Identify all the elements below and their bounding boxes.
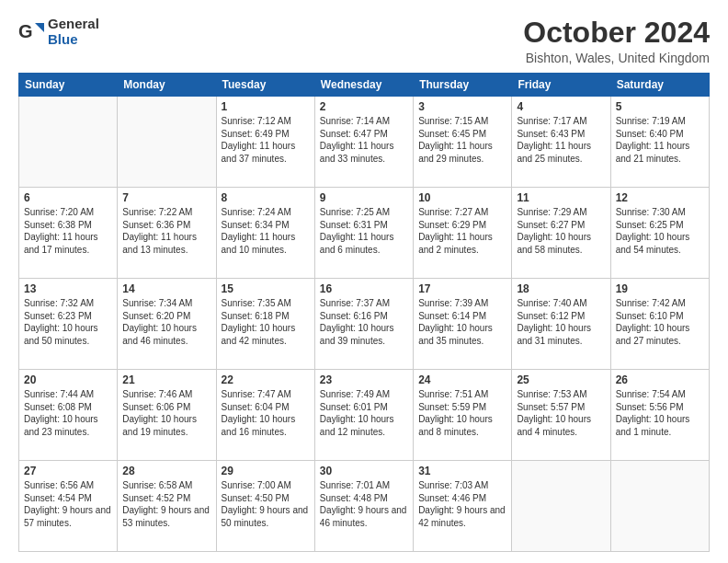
day-number: 12 (616, 191, 704, 204)
day-cell: 6Sunrise: 7:20 AM Sunset: 6:38 PM Daylig… (19, 188, 118, 279)
day-cell: 31Sunrise: 7:03 AM Sunset: 4:46 PM Dayli… (414, 461, 512, 552)
day-number: 30 (320, 465, 408, 477)
day-number: 14 (122, 282, 210, 295)
day-cell: 18Sunrise: 7:40 AM Sunset: 6:12 PM Dayli… (512, 279, 610, 370)
day-cell: 26Sunrise: 7:54 AM Sunset: 5:56 PM Dayli… (610, 370, 709, 461)
day-cell: 23Sunrise: 7:49 AM Sunset: 6:01 PM Dayli… (314, 370, 413, 461)
logo-blue: Blue (48, 32, 99, 48)
day-number: 10 (418, 191, 506, 204)
day-info: Sunrise: 7:03 AM Sunset: 4:46 PM Dayligh… (418, 479, 506, 529)
day-cell: 11Sunrise: 7:29 AM Sunset: 6:27 PM Dayli… (512, 188, 610, 279)
day-number: 13 (24, 282, 112, 295)
day-cell: 7Sunrise: 7:22 AM Sunset: 6:36 PM Daylig… (118, 188, 216, 279)
day-number: 21 (122, 373, 210, 386)
day-cell (19, 97, 118, 188)
header: G General Blue October 2024 Bishton, Wal… (18, 17, 710, 65)
day-info: Sunrise: 6:58 AM Sunset: 4:52 PM Dayligh… (122, 479, 210, 529)
col-header-wednesday: Wednesday (314, 74, 413, 97)
title-month: October 2024 (523, 17, 710, 49)
day-cell: 5Sunrise: 7:19 AM Sunset: 6:40 PM Daylig… (610, 97, 709, 188)
day-cell: 20Sunrise: 7:44 AM Sunset: 6:08 PM Dayli… (19, 370, 118, 461)
day-number: 1 (222, 100, 310, 113)
logo-general: General (48, 17, 99, 32)
day-number: 4 (517, 100, 605, 113)
day-info: Sunrise: 7:29 AM Sunset: 6:27 PM Dayligh… (517, 206, 605, 256)
day-info: Sunrise: 7:49 AM Sunset: 6:01 PM Dayligh… (320, 388, 408, 438)
day-info: Sunrise: 7:40 AM Sunset: 6:12 PM Dayligh… (517, 297, 605, 347)
day-info: Sunrise: 7:17 AM Sunset: 6:43 PM Dayligh… (517, 115, 605, 165)
day-number: 9 (320, 191, 408, 204)
svg-marker-1 (35, 23, 44, 32)
day-cell: 27Sunrise: 6:56 AM Sunset: 4:54 PM Dayli… (19, 461, 118, 552)
day-number: 18 (517, 282, 605, 295)
day-number: 22 (222, 373, 310, 386)
logo: G General Blue (18, 17, 99, 47)
day-cell: 29Sunrise: 7:00 AM Sunset: 4:50 PM Dayli… (216, 461, 314, 552)
day-info: Sunrise: 7:25 AM Sunset: 6:31 PM Dayligh… (320, 206, 408, 256)
col-header-monday: Monday (118, 74, 216, 97)
week-row-4: 27Sunrise: 6:56 AM Sunset: 4:54 PM Dayli… (19, 461, 710, 552)
day-number: 8 (222, 191, 310, 204)
day-info: Sunrise: 7:54 AM Sunset: 5:56 PM Dayligh… (616, 388, 704, 438)
day-cell: 25Sunrise: 7:53 AM Sunset: 5:57 PM Dayli… (512, 370, 610, 461)
title-location: Bishton, Wales, United Kingdom (523, 51, 710, 65)
day-info: Sunrise: 7:19 AM Sunset: 6:40 PM Dayligh… (616, 115, 704, 165)
day-info: Sunrise: 7:51 AM Sunset: 5:59 PM Dayligh… (418, 388, 506, 438)
calendar-table: SundayMondayTuesdayWednesdayThursdayFrid… (18, 73, 710, 552)
day-number: 29 (222, 465, 310, 477)
day-number: 19 (616, 282, 704, 295)
day-info: Sunrise: 6:56 AM Sunset: 4:54 PM Dayligh… (24, 479, 112, 529)
day-cell: 14Sunrise: 7:34 AM Sunset: 6:20 PM Dayli… (118, 279, 216, 370)
calendar-body: 1Sunrise: 7:12 AM Sunset: 6:49 PM Daylig… (19, 97, 710, 552)
col-header-friday: Friday (512, 74, 610, 97)
day-number: 26 (616, 373, 704, 386)
day-cell: 28Sunrise: 6:58 AM Sunset: 4:52 PM Dayli… (118, 461, 216, 552)
day-info: Sunrise: 7:12 AM Sunset: 6:49 PM Dayligh… (222, 115, 310, 165)
day-number: 7 (122, 191, 210, 204)
day-cell (512, 461, 610, 552)
col-header-sunday: Sunday (19, 74, 118, 97)
day-number: 15 (222, 282, 310, 295)
day-number: 6 (24, 191, 112, 204)
week-row-3: 20Sunrise: 7:44 AM Sunset: 6:08 PM Dayli… (19, 370, 710, 461)
day-cell: 1Sunrise: 7:12 AM Sunset: 6:49 PM Daylig… (216, 97, 314, 188)
day-cell: 30Sunrise: 7:01 AM Sunset: 4:48 PM Dayli… (314, 461, 413, 552)
day-number: 5 (616, 100, 704, 113)
day-cell: 21Sunrise: 7:46 AM Sunset: 6:06 PM Dayli… (118, 370, 216, 461)
svg-text:G: G (18, 21, 33, 41)
day-cell: 8Sunrise: 7:24 AM Sunset: 6:34 PM Daylig… (216, 188, 314, 279)
col-header-saturday: Saturday (610, 74, 709, 97)
day-info: Sunrise: 7:24 AM Sunset: 6:34 PM Dayligh… (222, 206, 310, 256)
day-cell: 10Sunrise: 7:27 AM Sunset: 6:29 PM Dayli… (414, 188, 512, 279)
day-info: Sunrise: 7:32 AM Sunset: 6:23 PM Dayligh… (24, 297, 112, 347)
day-cell: 13Sunrise: 7:32 AM Sunset: 6:23 PM Dayli… (19, 279, 118, 370)
day-number: 2 (320, 100, 408, 113)
day-number: 3 (418, 100, 506, 113)
day-cell: 19Sunrise: 7:42 AM Sunset: 6:10 PM Dayli… (610, 279, 709, 370)
day-info: Sunrise: 7:34 AM Sunset: 6:20 PM Dayligh… (122, 297, 210, 347)
day-cell: 2Sunrise: 7:14 AM Sunset: 6:47 PM Daylig… (314, 97, 413, 188)
day-number: 24 (418, 373, 506, 386)
day-info: Sunrise: 7:46 AM Sunset: 6:06 PM Dayligh… (122, 388, 210, 438)
day-info: Sunrise: 7:30 AM Sunset: 6:25 PM Dayligh… (616, 206, 704, 256)
day-cell: 15Sunrise: 7:35 AM Sunset: 6:18 PM Dayli… (216, 279, 314, 370)
title-block: October 2024 Bishton, Wales, United King… (523, 17, 710, 65)
logo-text: General Blue (48, 17, 99, 47)
day-info: Sunrise: 7:15 AM Sunset: 6:45 PM Dayligh… (418, 115, 506, 165)
col-header-tuesday: Tuesday (216, 74, 314, 97)
day-info: Sunrise: 7:39 AM Sunset: 6:14 PM Dayligh… (418, 297, 506, 347)
day-number: 11 (517, 191, 605, 204)
day-info: Sunrise: 7:42 AM Sunset: 6:10 PM Dayligh… (616, 297, 704, 347)
day-info: Sunrise: 7:35 AM Sunset: 6:18 PM Dayligh… (222, 297, 310, 347)
day-info: Sunrise: 7:00 AM Sunset: 4:50 PM Dayligh… (222, 479, 310, 529)
day-info: Sunrise: 7:14 AM Sunset: 6:47 PM Dayligh… (320, 115, 408, 165)
day-cell (118, 97, 216, 188)
day-info: Sunrise: 7:44 AM Sunset: 6:08 PM Dayligh… (24, 388, 112, 438)
day-info: Sunrise: 7:20 AM Sunset: 6:38 PM Dayligh… (24, 206, 112, 256)
day-cell: 24Sunrise: 7:51 AM Sunset: 5:59 PM Dayli… (414, 370, 512, 461)
day-number: 25 (517, 373, 605, 386)
day-number: 28 (122, 465, 210, 477)
day-info: Sunrise: 7:22 AM Sunset: 6:36 PM Dayligh… (122, 206, 210, 256)
day-cell: 12Sunrise: 7:30 AM Sunset: 6:25 PM Dayli… (610, 188, 709, 279)
day-number: 27 (24, 465, 112, 477)
